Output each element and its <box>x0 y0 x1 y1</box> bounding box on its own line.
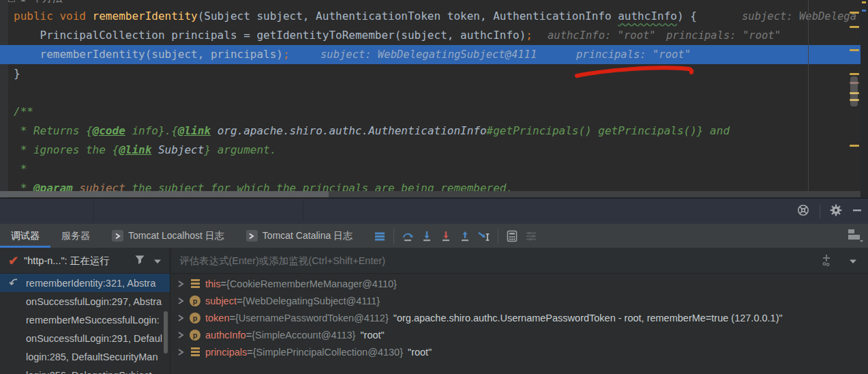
code-line-6[interactable]: * Returns {@code info}.{@link org.apache… <box>0 121 860 141</box>
tab-tomcat-localhost-log[interactable]: Tomcat Localhost 日志 <box>101 224 235 248</box>
tab-tomcat-catalina-log[interactable]: Tomcat Catalina 日志 <box>235 224 363 248</box>
code-line-3[interactable]: } <box>0 64 860 83</box>
frame-row-0[interactable]: rememberIdentity:321, Abstra <box>0 274 170 292</box>
frame-row-5[interactable]: login:256, DelegatingSubject , <box>0 366 170 374</box>
expand-evaluate-chevron-icon[interactable] <box>849 255 857 267</box>
expand-chevron-icon[interactable] <box>175 331 186 339</box>
code-line-7[interactable]: * ignores the {@link Subject} argument. <box>0 141 860 160</box>
inline-debugger-hint[interactable]: subject: WebDelega <box>742 7 856 26</box>
inline-debugger-hint[interactable]: subject: WebDelegatingSubject@4111 <box>320 45 537 64</box>
vertical-scrollbar-thumb[interactable] <box>850 76 858 106</box>
equals-sign: = <box>247 347 252 358</box>
stripe-change-tick[interactable] <box>850 145 859 147</box>
gear-icon[interactable] <box>830 204 842 219</box>
variable-row-this[interactable]: this = {CookieRememberMeManager@4110} <box>171 275 868 292</box>
tab-label: 服务器 <box>61 230 90 242</box>
expand-chevron-icon[interactable] <box>175 297 186 305</box>
code-token: rememberIdentity <box>93 10 198 23</box>
stripe-change-tick[interactable] <box>850 73 859 75</box>
variable-reference: {SimpleAccount@4113} <box>252 330 355 341</box>
code-line-5[interactable]: /** <box>0 102 860 121</box>
tab-label: Tomcat Catalina 日志 <box>263 230 353 242</box>
frame-row-4[interactable]: login:285, DefaultSecurityMan <box>0 347 170 366</box>
variable-string-value: "org.apache.shiro.authc.UsernamePassword… <box>393 313 783 323</box>
code-line-2[interactable]: rememberIdentity(subject, principals);su… <box>0 45 860 64</box>
variable-name: principals <box>205 347 247 358</box>
code-token: public void <box>14 10 93 23</box>
code-line-0[interactable]: public void rememberIdentity(Subject sub… <box>0 7 860 26</box>
frames-panel: ✔ "http-n...": 正在运行 rememberIdentity: <box>0 248 170 374</box>
code-token <box>151 143 158 156</box>
code-token: ; <box>526 29 533 42</box>
wheel-options-icon[interactable] <box>796 203 810 220</box>
layout-settings-icon-disabled[interactable] <box>522 224 541 248</box>
add-watch-icon[interactable] <box>820 253 834 269</box>
inline-debugger-hint[interactable]: principals: "root" <box>666 26 781 45</box>
edge-tick-blue <box>862 10 866 12</box>
inline-debugger-hint[interactable]: authcInfo: "root" <box>548 26 656 45</box>
restore-layout-icon[interactable] <box>846 227 864 245</box>
evaluate-expression-input[interactable] <box>171 255 820 266</box>
frame-label: login:285, DefaultSecurityMan <box>26 351 158 362</box>
parameter-icon: p <box>189 296 201 306</box>
threads-view-icon[interactable] <box>370 224 389 248</box>
error-stripe[interactable] <box>848 0 860 198</box>
parameter-icon: p <box>189 330 201 341</box>
frame-label: login:256, DelegatingSubject , <box>26 370 158 374</box>
variable-reference: {SimplePrincipalCollection@4130} <box>253 347 403 358</box>
code-token: @link <box>178 124 211 137</box>
code-token: (Subject subject, AuthenticationToken to… <box>198 10 618 23</box>
frame-label: rememberMeSuccessfulLogin: <box>26 315 160 326</box>
console-icon <box>246 230 258 242</box>
code-line-1[interactable]: PrincipalCollection principals = getIden… <box>0 26 860 45</box>
frame-row-2[interactable]: rememberMeSuccessfulLogin: <box>0 311 170 329</box>
folded-region-text: 1 个方法 <box>20 0 63 4</box>
expand-chevron-icon[interactable] <box>175 314 186 322</box>
variable-row-principals[interactable]: principals = {SimplePrincipalCollection@… <box>171 343 868 360</box>
thread-selector[interactable]: ✔ "http-n...": 正在运行 <box>0 248 170 274</box>
value-icon <box>189 278 201 289</box>
horizontal-scrollbar[interactable] <box>0 191 860 197</box>
evaluate-expression-icon[interactable] <box>503 224 522 248</box>
code-editor[interactable]: 1 个方法 public void rememberIdentity(Subje… <box>0 0 868 198</box>
toolbar-separator <box>393 229 394 244</box>
horizontal-scrollbar-thumb[interactable] <box>0 191 329 197</box>
equals-sign: = <box>221 278 226 289</box>
step-over-icon[interactable] <box>398 224 417 248</box>
code-token: @code <box>93 124 125 137</box>
thread-dropdown-chevron-icon[interactable] <box>153 255 162 267</box>
hide-window-icon[interactable] <box>852 205 863 218</box>
code-token: rememberIdentity(subject, principals) <box>14 48 283 61</box>
code-line-8[interactable]: * <box>0 160 860 179</box>
thread-label: "http-n...": 正在运行 <box>24 255 134 268</box>
run-to-cursor-icon[interactable] <box>475 224 494 248</box>
code-token: ) { <box>677 10 697 23</box>
variable-row-authcInfo[interactable]: pauthcInfo = {SimpleAccount@4113}"root" <box>171 326 868 343</box>
frame-row-1[interactable]: onSuccessfulLogin:297, Abstra <box>0 292 170 311</box>
code-token: #getPrincipals() getPrincipals()} and <box>487 124 730 137</box>
inline-debugger-hint[interactable]: principals: "root" <box>576 45 691 64</box>
frame-row-3[interactable]: onSuccessfulLogin:291, Defaul <box>0 329 170 347</box>
debug-tab-bar: 调试器 服务器 Tomcat Localhost 日志 Tomcat Catal… <box>0 224 868 248</box>
stripe-change-tick[interactable] <box>850 49 859 51</box>
variable-name: this <box>205 278 221 289</box>
tab-debugger[interactable]: 调试器 <box>0 224 50 248</box>
code-token: * Returns { <box>14 124 93 137</box>
force-step-into-icon[interactable] <box>436 224 455 248</box>
expand-chevron-icon[interactable] <box>175 348 186 356</box>
expand-chevron-icon[interactable] <box>175 280 186 288</box>
code-token: /** <box>14 105 33 118</box>
step-out-icon[interactable] <box>455 224 475 248</box>
code-line-4[interactable] <box>0 83 860 102</box>
stripe-change-tick[interactable] <box>850 26 859 28</box>
editor-right-edge <box>860 0 868 198</box>
variable-row-subject[interactable]: psubject = {WebDelegatingSubject@4111} <box>171 292 868 309</box>
variables-list: this = {CookieRememberMeManager@4110}psu… <box>171 274 868 360</box>
tab-servers[interactable]: 服务器 <box>50 224 101 248</box>
step-into-icon[interactable] <box>417 224 436 248</box>
right-margin-guide <box>808 0 809 192</box>
frames-scrollbar-thumb[interactable] <box>164 311 168 354</box>
filter-funnel-icon[interactable] <box>134 254 145 268</box>
variable-row-token[interactable]: ptoken = {UsernamePasswordToken@4112}"or… <box>171 309 868 326</box>
stripe-change-tick[interactable] <box>850 12 859 14</box>
